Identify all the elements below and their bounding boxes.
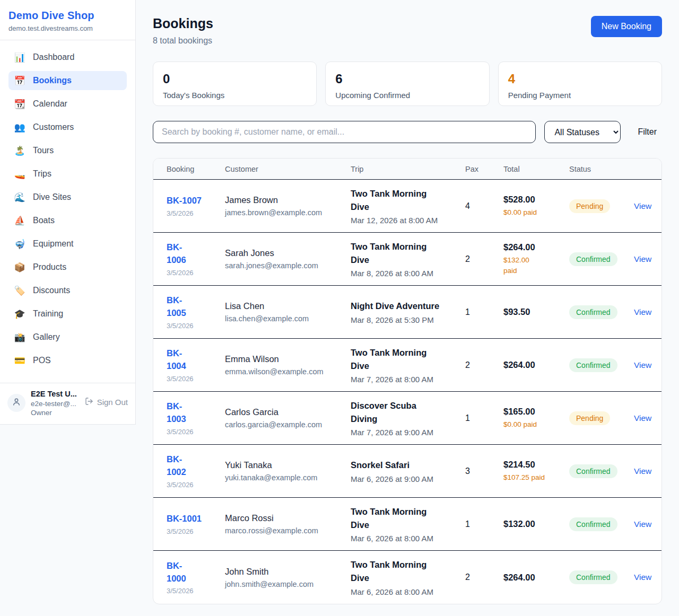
pax-count: 1 [465,413,503,423]
sign-out-icon [85,397,93,407]
booking-id-link[interactable]: BK- 1004 [167,347,186,373]
total-amount: $264.00 [503,573,569,583]
trip-name: Two Tank Morning Dive [351,187,445,214]
sidebar-item-products[interactable]: 📦Products [8,258,127,277]
status-badge: Confirmed [569,570,617,584]
status-badge: Pending [569,411,610,425]
main-content: Bookings 8 total bookings New Booking 0 … [136,0,679,604]
booking-id-link[interactable]: BK- 1006 [167,241,186,267]
total-amount: $264.00 [503,360,569,370]
new-booking-button[interactable]: New Booking [591,16,662,37]
sidebar-item-label: Customers [33,122,74,132]
booking-id-link[interactable]: BK- 1000 [167,560,186,585]
pax-count: 1 [465,307,503,317]
sign-out-label: Sign Out [97,398,128,407]
table-row: BK- 10053/5/2026Lisa Chenlisa.chen@examp… [153,286,661,339]
sign-out-button[interactable]: Sign Out [85,397,128,407]
sidebar-item-label: Gallery [33,332,60,342]
customer-name: Yuki Tanaka [225,460,351,470]
view-link[interactable]: View [634,201,651,210]
page-title: Bookings [153,16,213,31]
view-cell: View [634,520,661,529]
stat-value: 6 [335,72,479,86]
search-input[interactable] [153,121,536,143]
sidebar-item-gallery[interactable]: 📸Gallery [8,328,127,347]
booking-cell: BK- 10043/5/2026 [167,347,225,383]
sidebar-item-training[interactable]: 🎓Training [8,304,127,323]
sidebar-item-pos[interactable]: 💳POS [8,351,127,370]
booking-cell: BK- 10003/5/2026 [167,560,225,595]
booking-cell: BK- 10033/5/2026 [167,400,225,436]
table-row: BK- 10063/5/2026Sarah Jonessarah.jones@e… [153,233,661,286]
page-header: Bookings 8 total bookings New Booking [153,16,662,46]
booking-id-link[interactable]: BK- 1003 [167,400,186,426]
status-badge: Pending [569,199,610,213]
view-link[interactable]: View [634,413,651,423]
sidebar-item-calendar[interactable]: 📆Calendar [8,94,127,113]
island-icon: 🏝️ [14,146,25,155]
sidebar: Demo Dive Shop demo.test.divestreams.com… [0,0,136,425]
total-cell: $528.00$0.00 paid [503,195,569,218]
sidebar-item-label: Dashboard [33,52,74,62]
booking-id-link[interactable]: BK- 1002 [167,453,186,479]
sidebar-item-dashboard[interactable]: 📊Dashboard [8,48,127,67]
view-link[interactable]: View [634,254,651,263]
status-cell: Confirmed [569,358,634,372]
view-link[interactable]: View [634,467,651,476]
trip-datetime: Mar 7, 2026 at 8:00 AM [351,375,465,384]
stat-card-todays-bookings: 0 Today's Bookings [153,61,317,106]
trip-name: Two Tank Morning Dive [351,505,445,532]
user-role: Owner [31,409,80,417]
booking-date: 3/5/2026 [167,527,225,535]
status-filter-select[interactable]: All Statuses [544,121,621,143]
booking-id-link[interactable]: BK- 1005 [167,294,186,320]
customer-email: yuki.tanaka@example.com [225,473,351,482]
app-title: Demo Dive Shop [8,10,127,22]
trip-name: Two Tank Morning Dive [351,558,445,585]
booking-id-link[interactable]: BK-1001 [167,513,202,525]
stat-value: 0 [163,72,307,86]
table-row: BK-10013/5/2026Marco Rossimarco.rossi@ex… [153,498,661,551]
booking-date: 3/5/2026 [167,375,225,383]
filter-button[interactable]: Filter [632,127,662,137]
booking-cell: BK- 10063/5/2026 [167,241,225,277]
total-amount: $214.50 [503,460,569,470]
total-amount: $528.00 [503,195,569,205]
view-link[interactable]: View [634,360,651,369]
customer-email: emma.wilson@example.com [225,367,351,376]
sidebar-item-discounts[interactable]: 🏷️Discounts [8,281,127,300]
customer-email: james.brown@example.com [225,208,351,217]
view-cell: View [634,360,661,370]
sidebar-item-trips[interactable]: 🚤Trips [8,164,127,183]
people-icon: 👥 [14,123,25,132]
app-domain: demo.test.divestreams.com [8,24,127,32]
sidebar-item-boats[interactable]: ⛵Boats [8,211,127,230]
sidebar-item-dive-sites[interactable]: 🌊Dive Sites [8,188,127,207]
total-amount: $93.50 [503,307,569,317]
sidebar-header: Demo Dive Shop demo.test.divestreams.com [0,0,135,40]
view-cell: View [634,467,661,476]
sidebar-item-customers[interactable]: 👥Customers [8,118,127,137]
view-link[interactable]: View [634,307,651,316]
booking-id-link[interactable]: BK-1007 [167,195,202,207]
paid-amount: $0.00 paid [503,419,546,430]
booking-date: 3/5/2026 [167,481,225,489]
customer-cell: James Brownjames.brown@example.com [225,195,351,217]
booking-cell: BK- 10053/5/2026 [167,294,225,330]
total-amount: $132.00 [503,519,569,529]
view-link[interactable]: View [634,520,651,529]
status-badge: Confirmed [569,464,617,478]
bar-chart-icon: 📊 [14,53,25,62]
graduation-cap-icon: 🎓 [14,310,25,319]
trip-datetime: Mar 8, 2026 at 8:00 AM [351,269,465,278]
table-row: BK-10073/5/2026James Brownjames.brown@ex… [153,180,661,233]
sidebar-item-tours[interactable]: 🏝️Tours [8,141,127,160]
status-cell: Confirmed [569,464,634,478]
sidebar-item-label: Equipment [33,239,74,249]
sidebar-item-equipment[interactable]: 🤿Equipment [8,234,127,253]
view-link[interactable]: View [634,573,651,582]
trip-name: Snorkel Safari [351,459,445,472]
sidebar-item-bookings[interactable]: 📅Bookings [8,71,127,90]
total-cell: $264.00 [503,573,569,583]
total-cell: $165.00$0.00 paid [503,407,569,430]
